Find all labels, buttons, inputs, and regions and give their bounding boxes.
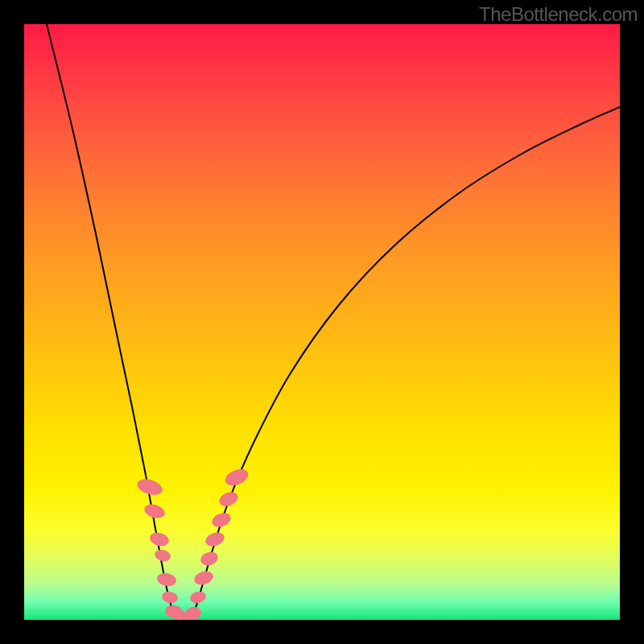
chart-marker [210, 510, 233, 530]
chart-marker [161, 590, 179, 605]
chart-marker [223, 466, 251, 489]
chart-marker [199, 550, 220, 568]
chart-marker [192, 569, 215, 588]
chart-marker [142, 502, 167, 521]
watermark-text: TheBottleneck.com [479, 3, 638, 26]
chart-marker [204, 530, 226, 548]
chart-marker [156, 572, 178, 588]
chart-marker [184, 605, 202, 620]
chart-overlay [24, 24, 620, 620]
chart-marker [148, 530, 170, 548]
chart-marker [217, 489, 240, 509]
chart-marker [188, 589, 207, 605]
chart-marker [154, 548, 172, 563]
chart-area [24, 24, 620, 620]
left-curve [47, 24, 177, 620]
right-curve [192, 107, 620, 620]
